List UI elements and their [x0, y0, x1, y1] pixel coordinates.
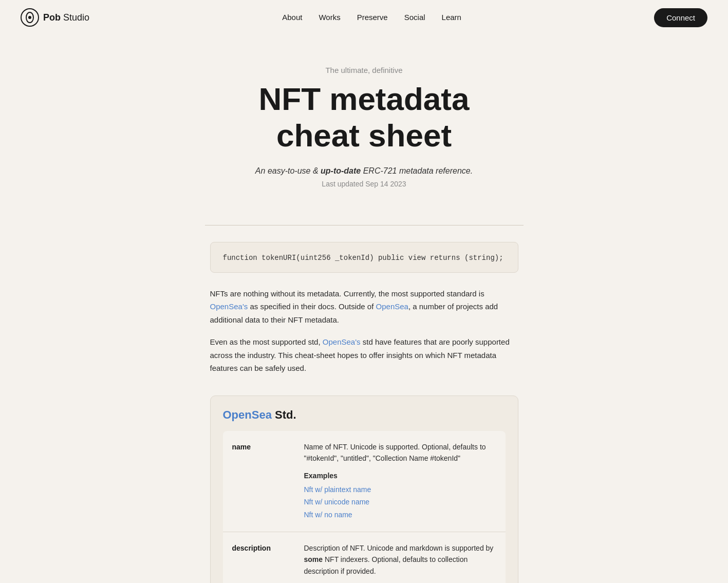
logo-link[interactable]: Pob Studio — [21, 8, 89, 27]
hero-title: NFT metadata cheat sheet — [10, 81, 718, 154]
code-snippet: function tokenURI(uint256 _tokenId) publ… — [223, 254, 503, 262]
table-row: name Name of NFT. Unicode is supported. … — [223, 431, 506, 532]
examples-label-name: Examples — [304, 470, 496, 481]
prose-paragraph-1: NFTs are nothing without its metadata. C… — [210, 287, 518, 327]
nav-learn[interactable]: Learn — [442, 13, 461, 22]
hero-description: An easy-to-use & up-to-date ERC-721 meta… — [10, 166, 718, 176]
hero-last-updated: Last updated Sep 14 2023 — [10, 180, 718, 188]
hero-subtitle: The ultimate, definitive — [10, 66, 718, 74]
table-section-title: OpenSea Std. — [223, 408, 506, 422]
nav-links: About Works Preserve Social Learn — [282, 13, 461, 22]
hero-section: The ultimate, definitive NFT metadata ch… — [0, 35, 728, 209]
opensea-link-3[interactable]: OpenSea's — [323, 337, 361, 346]
connect-button[interactable]: Connect — [654, 8, 707, 27]
code-block: function tokenURI(uint256 _tokenId) publ… — [210, 242, 518, 273]
opensea-link-1[interactable]: OpenSea's — [210, 302, 248, 311]
table-key-description: description — [223, 532, 295, 583]
nav-about[interactable]: About — [282, 13, 302, 22]
metadata-table: name Name of NFT. Unicode is supported. … — [223, 431, 506, 583]
table-key-name: name — [223, 431, 295, 532]
section-divider — [205, 225, 524, 225]
table-section: OpenSea Std. name Name of NFT. Unicode i… — [210, 396, 518, 583]
opensea-link-2[interactable]: OpenSea — [376, 302, 408, 311]
logo-icon — [21, 8, 39, 27]
nav-preserve[interactable]: Preserve — [357, 13, 388, 22]
nav-social[interactable]: Social — [404, 13, 425, 22]
example-link-name-1[interactable]: Nft w/ plaintext name — [304, 484, 496, 495]
svg-point-2 — [28, 16, 31, 19]
table-value-name: Name of NFT. Unicode is supported. Optio… — [295, 431, 506, 532]
example-link-name-2[interactable]: Nft w/ unicode name — [304, 496, 496, 507]
table-value-description: Description of NFT. Unicode and markdown… — [295, 532, 506, 583]
prose-paragraph-2: Even as the most supported std, OpenSea'… — [210, 335, 518, 375]
logo-text: Pob Studio — [43, 12, 89, 23]
prose-section: NFTs are nothing without its metadata. C… — [210, 287, 518, 375]
navbar: Pob Studio About Works Preserve Social L… — [0, 0, 728, 35]
table-row: description Description of NFT. Unicode … — [223, 532, 506, 583]
example-link-name-3[interactable]: Nft w/ no name — [304, 509, 496, 520]
main-content: function tokenURI(uint256 _tokenId) publ… — [200, 242, 529, 583]
nav-works[interactable]: Works — [319, 13, 340, 22]
